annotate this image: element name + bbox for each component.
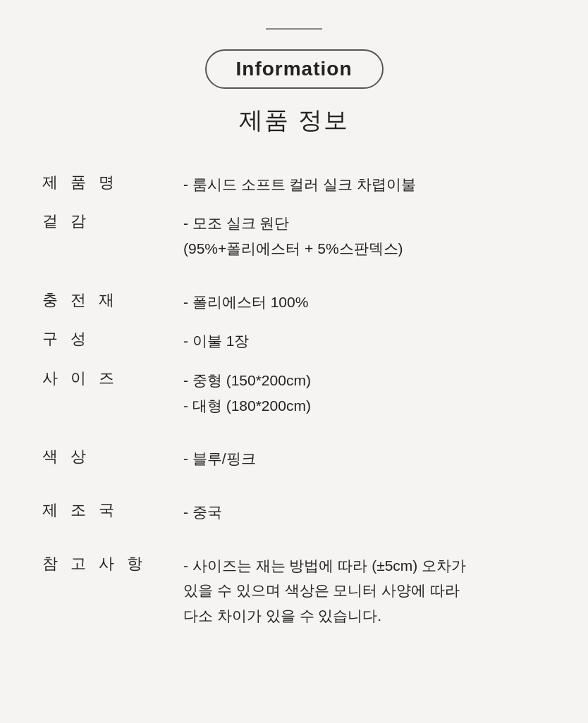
- korean-title: 제품 정보: [42, 104, 546, 137]
- table-row: 구 성- 이불 1장: [42, 321, 546, 361]
- row-label: 겉 감: [42, 204, 183, 268]
- row-value: - 중국: [183, 493, 546, 532]
- row-label: 색 상: [42, 439, 183, 478]
- row-value: - 중형 (150*200cm)- 대형 (180*200cm): [183, 361, 546, 425]
- row-label: 제 품 명: [42, 165, 183, 204]
- row-spacer: [42, 268, 546, 283]
- table-row: 참 고 사 항- 사이즈는 재는 방법에 따라 (±5cm) 오차가있을 수 있…: [42, 546, 546, 636]
- info-table: 제 품 명- 룸시드 소프트 컬러 실크 차렵이불겉 감- 모조 실크 원단(9…: [42, 165, 546, 636]
- row-label: 참 고 사 항: [42, 546, 183, 636]
- table-row: 제 품 명- 룸시드 소프트 컬러 실크 차렵이불: [42, 165, 546, 204]
- page-container: Information 제품 정보 제 품 명- 룸시드 소프트 컬러 실크 차…: [0, 0, 588, 723]
- table-row: 사 이 즈- 중형 (150*200cm)- 대형 (180*200cm): [42, 361, 546, 425]
- row-spacer: [42, 425, 546, 439]
- row-value: - 블루/핑크: [183, 439, 546, 478]
- row-spacer: [42, 532, 546, 546]
- table-row: 색 상- 블루/핑크: [42, 439, 546, 478]
- row-label: 제 조 국: [42, 493, 183, 532]
- row-value: - 폴리에스터 100%: [183, 283, 546, 322]
- row-value: - 사이즈는 재는 방법에 따라 (±5cm) 오차가있을 수 있으며 색상은 …: [183, 546, 546, 636]
- row-label: 사 이 즈: [42, 361, 183, 425]
- table-row: 겉 감- 모조 실크 원단(95%+폴리에스터 + 5%스판덱스): [42, 204, 546, 268]
- row-value: - 이불 1장: [183, 321, 546, 361]
- information-badge: Information: [205, 49, 384, 89]
- row-label: 충 전 재: [42, 283, 183, 322]
- top-divider: [266, 28, 322, 30]
- header-section: Information 제품 정보: [42, 28, 546, 137]
- row-label: 구 성: [42, 321, 183, 361]
- row-spacer: [42, 478, 546, 493]
- table-row: 충 전 재- 폴리에스터 100%: [42, 283, 546, 322]
- row-value: - 모조 실크 원단(95%+폴리에스터 + 5%스판덱스): [183, 204, 546, 268]
- row-value: - 룸시드 소프트 컬러 실크 차렵이불: [183, 165, 546, 204]
- table-row: 제 조 국- 중국: [42, 493, 546, 532]
